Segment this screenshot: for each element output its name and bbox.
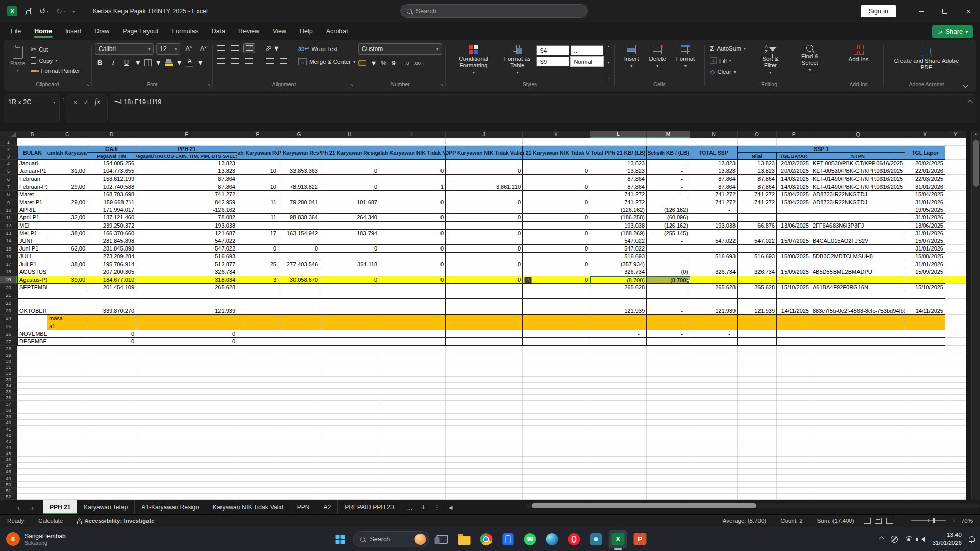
cell-X31[interactable] [905, 364, 945, 370]
cell-Q28[interactable] [811, 346, 905, 352]
cell-J6[interactable] [446, 175, 523, 183]
cell-O45[interactable] [738, 450, 777, 457]
cell-C40[interactable] [47, 420, 87, 426]
cell-E10[interactable]: -126.162 [136, 206, 237, 214]
cell-B36[interactable] [17, 395, 47, 401]
cell-L21[interactable] [590, 291, 647, 299]
cell-K7[interactable]: 0 [523, 183, 590, 191]
cell-H23[interactable] [320, 307, 379, 315]
cell-B20[interactable]: SEPTEMBER [17, 284, 47, 291]
cell-L46[interactable] [590, 457, 647, 463]
cell-O29[interactable] [738, 352, 777, 358]
align-left-button[interactable] [216, 57, 227, 65]
shrink-font-button[interactable]: A˅ [198, 44, 209, 53]
horizontal-scrollbar[interactable] [526, 503, 980, 508]
cell-N28[interactable] [690, 346, 738, 352]
cell-O30[interactable] [738, 358, 777, 364]
cell-Q5[interactable]: KET-00530/PBK-CT/KPP.0616/2025 [811, 167, 905, 175]
cell-X39[interactable] [905, 414, 945, 420]
cell-N7[interactable]: 87.864 [690, 183, 738, 191]
cell-K27[interactable] [523, 338, 590, 345]
cell-H44[interactable] [320, 444, 379, 450]
find-select-button[interactable]: Find & Select▾ [789, 43, 830, 81]
cell-Y46[interactable] [945, 457, 966, 463]
cell-D43[interactable] [87, 438, 136, 444]
cell-Q35[interactable] [811, 389, 905, 395]
cell-C42[interactable] [47, 432, 87, 438]
cell-Q51[interactable] [811, 488, 905, 494]
cell-N19[interactable] [690, 276, 738, 284]
cell-Y18[interactable] [945, 268, 966, 276]
cell-O49[interactable] [738, 475, 777, 481]
cell-F41[interactable] [237, 426, 278, 432]
cell-E18[interactable]: 326.734 [136, 268, 237, 276]
cell-D8[interactable]: 168.703.698 [87, 191, 136, 198]
cell-D4[interactable]: 154.005.256 [87, 160, 136, 167]
tab-formulas[interactable]: Formulas [165, 24, 205, 38]
cell-B45[interactable] [17, 450, 47, 457]
cell-P20[interactable]: 15/10/2025 [777, 284, 811, 291]
cell-P37[interactable] [777, 401, 811, 407]
cell-I19[interactable]: 0 [379, 276, 446, 284]
styles-gallery-more[interactable]: ▴▾≡ [606, 43, 611, 81]
cell-G37[interactable] [278, 401, 320, 407]
font-size-select[interactable]: 12▾ [156, 43, 180, 55]
cell-O13[interactable] [738, 230, 777, 237]
cell-D37[interactable] [87, 401, 136, 407]
cell-O39[interactable] [738, 414, 777, 420]
cell-E13[interactable]: 121.687 [136, 230, 237, 237]
cell-Q52[interactable] [811, 494, 905, 500]
cell-I27[interactable] [379, 338, 446, 345]
cell-X30[interactable] [905, 358, 945, 364]
cell-D29[interactable] [87, 352, 136, 358]
cell-N37[interactable] [690, 401, 738, 407]
cell-Y45[interactable] [945, 450, 966, 457]
cell-J41[interactable] [446, 426, 523, 432]
cell-E52[interactable] [136, 494, 237, 500]
cell-N42[interactable] [690, 432, 738, 438]
cell-K35[interactable] [523, 389, 590, 395]
cell-D26[interactable]: 0 [87, 330, 136, 338]
cell-X34[interactable] [905, 383, 945, 389]
cell-D20[interactable]: 201.454.109 [87, 284, 136, 291]
cell-Q41[interactable] [811, 426, 905, 432]
cell-P40[interactable] [777, 420, 811, 426]
cell-L7[interactable]: 87.864 [590, 183, 647, 191]
task-view-taskbar-button[interactable] [433, 530, 452, 548]
cell-Q44[interactable] [811, 444, 905, 450]
row-header-26[interactable]: 26 [0, 330, 17, 338]
cell-F30[interactable] [237, 358, 278, 364]
cell-P21[interactable] [777, 291, 811, 299]
cell-I45[interactable] [379, 450, 446, 457]
cell-N5[interactable]: 13.823 [690, 167, 738, 175]
cell-D30[interactable] [87, 358, 136, 364]
cell-F23[interactable] [237, 307, 278, 315]
cell-B51[interactable] [17, 488, 47, 494]
cell-I28[interactable] [379, 346, 446, 352]
cell-G46[interactable] [278, 457, 320, 463]
hidden-icons-chevron-icon[interactable] [879, 537, 885, 542]
cell-G11[interactable]: 98.838.364 [278, 214, 320, 221]
row-header-24[interactable]: 24 [0, 315, 17, 322]
cell-M28[interactable] [647, 346, 690, 352]
column-header-J[interactable]: J [446, 131, 523, 138]
cell-G21[interactable] [278, 291, 320, 299]
cell-Y43[interactable] [945, 438, 966, 444]
phone-link-taskbar-button[interactable] [499, 530, 518, 548]
cell-I5[interactable]: 0 [379, 167, 446, 175]
cell-J42[interactable] [446, 432, 523, 438]
cell-D44[interactable] [87, 444, 136, 450]
cell-F37[interactable] [237, 401, 278, 407]
cell-X29[interactable] [905, 352, 945, 358]
cell-E51[interactable] [136, 488, 237, 494]
cell-Q31[interactable] [811, 364, 905, 370]
cell-Q21[interactable] [811, 291, 905, 299]
cell-O42[interactable] [738, 432, 777, 438]
cell-P43[interactable] [777, 438, 811, 444]
cell-B34[interactable] [17, 383, 47, 389]
cell-N33[interactable] [690, 377, 738, 383]
cell-J47[interactable] [446, 463, 523, 469]
cell-E8[interactable]: 741.272 [136, 191, 237, 198]
cell-E35[interactable] [136, 389, 237, 395]
cell-Y32[interactable] [945, 370, 966, 377]
